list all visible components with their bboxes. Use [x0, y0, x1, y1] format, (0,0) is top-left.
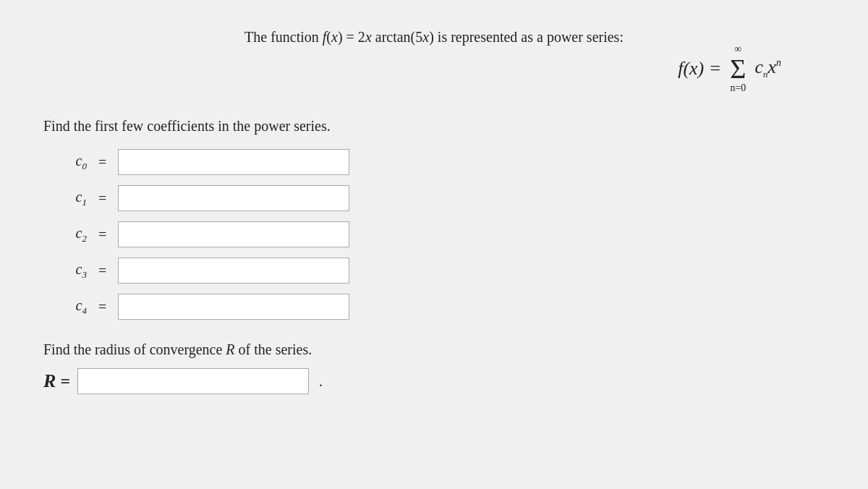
- c2-equals: =: [98, 226, 106, 243]
- sigma-notation: ∞ Σ n=0: [730, 43, 746, 94]
- period: .: [319, 373, 323, 390]
- coefficient-row-c1: c1 =: [43, 185, 825, 211]
- c0-input[interactable]: [118, 149, 349, 175]
- coefficient-row-c4: c4 =: [43, 294, 825, 320]
- radius-label: R =: [43, 370, 70, 392]
- c1-input[interactable]: [118, 185, 349, 211]
- coefficient-row-c2: c2 =: [43, 221, 825, 247]
- title-text: The function f(x) = 2x arctan(5x) is rep…: [244, 29, 624, 45]
- c2-input[interactable]: [118, 221, 349, 247]
- coefficient-row-c0: c0 =: [43, 149, 825, 175]
- c1-equals: =: [98, 190, 106, 207]
- sigma-term: cnxn: [754, 56, 781, 80]
- radius-input[interactable]: [77, 368, 309, 394]
- coefficient-row-c3: c3 =: [43, 258, 825, 284]
- sigma-symbol: Σ: [730, 55, 746, 82]
- c0-label: c0: [43, 153, 87, 172]
- power-series-formula: f(x) = ∞ Σ n=0 cnxn: [678, 43, 781, 94]
- coefficients-instructions: Find the first few coefficients in the p…: [43, 118, 825, 135]
- formula-lhs: f(x) =: [678, 58, 721, 80]
- page-container: The function f(x) = 2x arctan(5x) is rep…: [0, 0, 868, 489]
- c3-input[interactable]: [118, 258, 349, 284]
- c1-label: c1: [43, 189, 87, 208]
- c4-label: c4: [43, 297, 87, 317]
- sigma-lower-limit: n=0: [730, 82, 746, 94]
- coefficients-section: c0 = c1 = c2 = c3 = c4 =: [43, 149, 825, 320]
- c3-equals: =: [98, 263, 106, 279]
- radius-row: R = .: [43, 368, 825, 394]
- c4-equals: =: [98, 299, 106, 315]
- radius-instructions: Find the radius of convergence R of the …: [43, 341, 825, 358]
- c3-label: c3: [43, 261, 87, 281]
- c4-input[interactable]: [118, 294, 349, 320]
- c0-equals: =: [98, 154, 106, 171]
- radius-section: Find the radius of convergence R of the …: [43, 341, 825, 394]
- c2-label: c2: [43, 225, 87, 244]
